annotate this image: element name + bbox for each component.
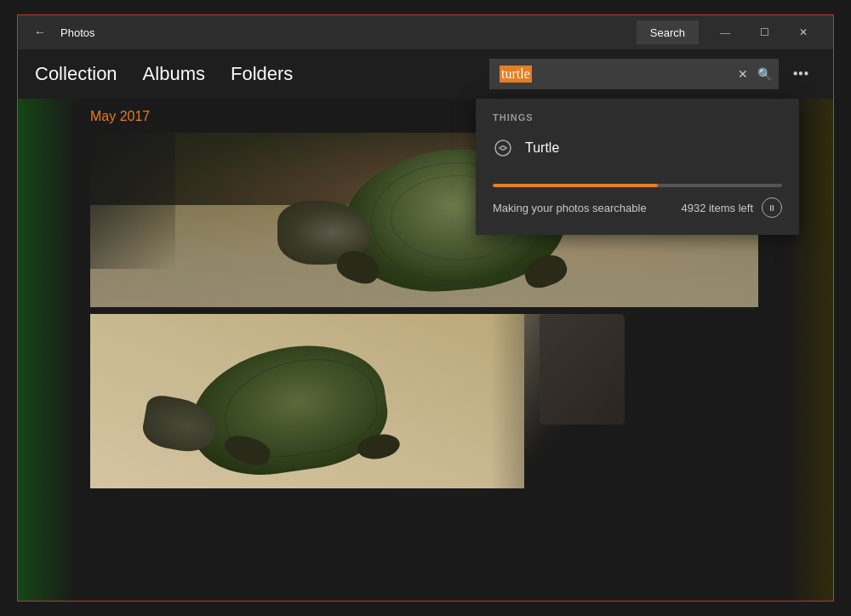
search-magnifier-icon[interactable]: 🔍 bbox=[757, 67, 772, 82]
nav-collection[interactable]: Collection bbox=[35, 63, 117, 85]
progress-text-row: Making your photos searchable 4932 items… bbox=[493, 197, 782, 218]
search-dropdown: THINGS Turtle Making your photos searcha… bbox=[476, 99, 799, 235]
back-button[interactable]: ← bbox=[28, 20, 52, 44]
more-options-button[interactable]: ••• bbox=[785, 59, 816, 89]
progress-right: 4932 items left ⏸ bbox=[681, 197, 782, 218]
progress-bar-fill bbox=[493, 184, 658, 187]
pause-button[interactable]: ⏸ bbox=[762, 197, 782, 218]
app-title: Photos bbox=[60, 26, 94, 39]
search-title-button[interactable]: Search bbox=[637, 20, 699, 44]
nav-left: Collection Albums Folders bbox=[35, 63, 293, 85]
close-button[interactable]: ✕ bbox=[784, 19, 823, 46]
nav-right: turtle ✕ 🔍 ••• bbox=[489, 59, 816, 89]
search-box-wrapper: turtle ✕ 🔍 bbox=[489, 59, 779, 89]
photo-item-2[interactable] bbox=[90, 314, 758, 488]
svg-point-0 bbox=[495, 140, 511, 156]
turtle-suggestion-icon bbox=[493, 138, 513, 158]
nav-albums[interactable]: Albums bbox=[143, 63, 205, 85]
minimize-button[interactable]: — bbox=[705, 19, 745, 46]
progress-bar-track bbox=[493, 184, 782, 187]
nav-bar: Collection Albums Folders turtle ✕ 🔍 •••… bbox=[18, 49, 833, 99]
nav-folders[interactable]: Folders bbox=[231, 63, 293, 85]
turtle-image-2 bbox=[90, 314, 758, 488]
maximize-button[interactable]: ☐ bbox=[745, 19, 784, 46]
app-window: ← Photos Search — ☐ ✕ Collection Albums … bbox=[17, 14, 834, 602]
search-clear-button[interactable]: ✕ bbox=[738, 67, 748, 82]
items-left-label: 4932 items left bbox=[681, 202, 753, 214]
progress-section: Making your photos searchable 4932 items… bbox=[476, 167, 799, 235]
turtle-suggestion-item[interactable]: Turtle bbox=[476, 129, 799, 167]
title-bar: ← Photos Search — ☐ ✕ bbox=[18, 15, 833, 49]
title-bar-left: ← Photos bbox=[28, 20, 94, 44]
turtle-suggestion-label: Turtle bbox=[525, 140, 559, 156]
progress-label: Making your photos searchable bbox=[493, 202, 647, 214]
search-input[interactable] bbox=[489, 59, 779, 89]
things-section-label: THINGS bbox=[476, 99, 799, 129]
